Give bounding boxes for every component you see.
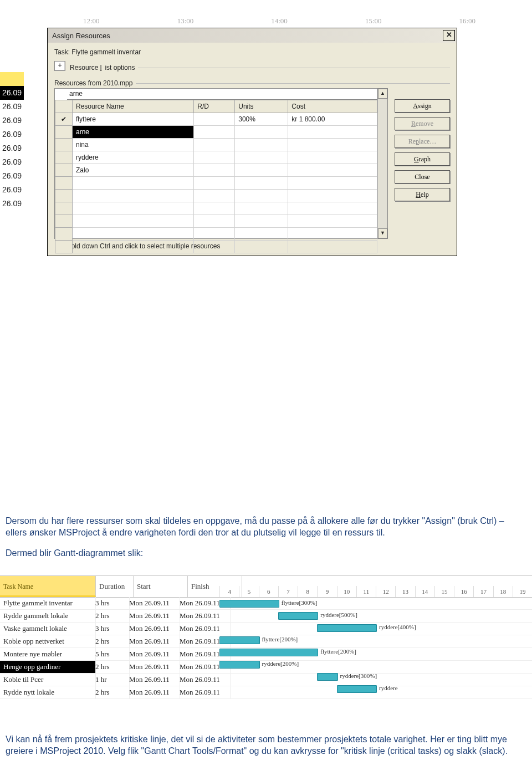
replace-button[interactable]: Replace…	[395, 135, 450, 148]
col-start: Start	[134, 576, 188, 597]
doc-paragraph: Dermed blir Gantt-diagrammet slik:	[6, 548, 526, 559]
gantt-bar-label: ryddere[300%]	[340, 672, 377, 679]
gantt-bar-label: ryddere	[379, 685, 398, 691]
gantt-chart: Task Name Duration Start Finish 45678910…	[0, 575, 532, 701]
table-row[interactable]: ✔flyttere300%kr 1 800.00	[55, 113, 377, 126]
table-row[interactable]	[55, 228, 377, 241]
dialog-title: Assign Resources	[52, 32, 110, 40]
col-rd[interactable]: R/D	[194, 100, 235, 113]
remove-button[interactable]: Remove	[395, 117, 450, 130]
col-cost[interactable]: Cost	[288, 100, 377, 113]
gantt-bar-label: ryddere[200%]	[262, 660, 299, 667]
doc-paragraph: Vi kan nå få frem prosjektets kritiske l…	[6, 734, 526, 757]
table-row[interactable]: Zalo	[55, 164, 377, 177]
gantt-bar[interactable]	[317, 673, 337, 681]
table-row[interactable]	[55, 215, 377, 228]
table-row[interactable]: nina	[55, 139, 377, 151]
help-button[interactable]: Help	[395, 188, 450, 201]
scroll-up-icon[interactable]: ▲	[378, 89, 387, 99]
options-label: Resource list options	[70, 64, 138, 72]
close-icon[interactable]: ✕	[443, 30, 455, 41]
col-units[interactable]: Units	[235, 100, 288, 113]
graph-button[interactable]: Graph	[395, 152, 450, 166]
gantt-bar-label: flyttere[300%]	[282, 599, 318, 606]
close-button[interactable]: Close	[395, 170, 450, 183]
table-row[interactable]: ryddere	[55, 151, 377, 164]
gantt-bar[interactable]	[337, 685, 377, 693]
gantt-column-headers: Task Name Duration Start Finish	[0, 576, 242, 598]
table-row[interactable]	[55, 202, 377, 215]
col-resource-name[interactable]: Resource Name	[73, 100, 194, 113]
table-row[interactable]	[55, 190, 377, 202]
gantt-bar[interactable]	[219, 661, 260, 669]
left-date-column: 26.09 26.0926.0926.0926.0926.0926.0926.0…	[0, 72, 24, 211]
assign-resources-dialog: Assign Resources ✕ Task: Flytte gammelt …	[47, 28, 457, 256]
scroll-down-icon[interactable]: ▼	[378, 228, 387, 238]
gantt-bar-label: ryddere[400%]	[379, 624, 416, 630]
gantt-bar-label: ryddere[500%]	[320, 611, 357, 618]
gantt-bar[interactable]	[317, 624, 377, 632]
gantt-bar-label: flyttere[200%]	[320, 648, 356, 655]
gantt-timescale: 45678910111213141516171819	[219, 586, 532, 598]
table-row[interactable]	[55, 177, 377, 190]
task-label: Task: Flytte gammelt inventar	[54, 48, 450, 56]
resources-from-label: Resources from 2010.mpp	[54, 79, 136, 87]
doc-paragraph: Dersom du har flere ressurser som skal t…	[6, 516, 526, 539]
resource-edit-field[interactable]: arne	[67, 89, 377, 100]
col-task-name: Task Name	[0, 576, 96, 597]
assign-button[interactable]: Assign	[395, 99, 450, 113]
gantt-bar[interactable]	[219, 600, 279, 608]
scrollbar[interactable]: ▲ ▼	[377, 89, 387, 238]
table-row[interactable]: arne	[55, 126, 377, 139]
gantt-bar[interactable]	[219, 649, 318, 656]
gantt-bar[interactable]	[219, 636, 260, 644]
resource-table: arne Resource NameR/DUnitsCost ✔flyttere…	[54, 88, 388, 239]
gantt-bar[interactable]	[278, 612, 319, 620]
gantt-bar-label: flyttere[200%]	[262, 636, 298, 642]
expand-options-button[interactable]: +	[54, 61, 65, 71]
table-row[interactable]	[55, 241, 377, 253]
background-times: 12:0013:0014:0015:0016:00	[0, 0, 532, 26]
col-duration: Duration	[96, 576, 134, 597]
